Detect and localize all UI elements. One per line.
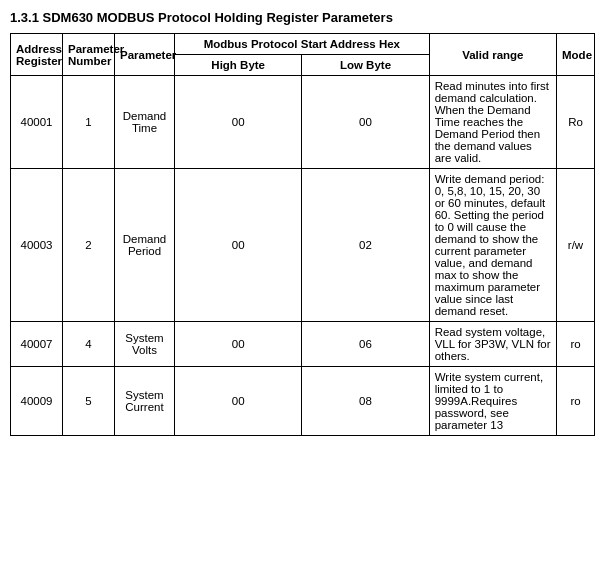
cell-valid-range: Write system current, limited to 1 to 99… <box>429 367 556 436</box>
cell-parameter: System Volts <box>115 322 175 367</box>
header-low-byte: Low Byte <box>302 55 429 76</box>
cell-high: 00 <box>175 322 302 367</box>
header-modbus: Modbus Protocol Start Address Hex <box>175 34 430 55</box>
header-high-byte: High Byte <box>175 55 302 76</box>
header-param-num: Parameter Number <box>63 34 115 76</box>
cell-high: 00 <box>175 169 302 322</box>
header-valid-range: Valid range <box>429 34 556 76</box>
cell-param-num: 1 <box>63 76 115 169</box>
cell-address: 40009 <box>11 367 63 436</box>
table-row: 400011Demand Time0000Read minutes into f… <box>11 76 595 169</box>
header-mode: Mode <box>557 34 595 76</box>
cell-high: 00 <box>175 76 302 169</box>
header-parameter: Parameter <box>115 34 175 76</box>
cell-mode: Ro <box>557 76 595 169</box>
cell-valid-range: Write demand period: 0, 5,8, 10, 15, 20,… <box>429 169 556 322</box>
header-address: Address Register <box>11 34 63 76</box>
cell-mode: ro <box>557 367 595 436</box>
cell-address: 40007 <box>11 322 63 367</box>
table-row: 400074System Volts0006Read system voltag… <box>11 322 595 367</box>
cell-address: 40003 <box>11 169 63 322</box>
cell-low: 06 <box>302 322 429 367</box>
cell-low: 08 <box>302 367 429 436</box>
cell-parameter: System Current <box>115 367 175 436</box>
cell-param-num: 5 <box>63 367 115 436</box>
table-row: 400095System Current0008Write system cur… <box>11 367 595 436</box>
cell-mode: ro <box>557 322 595 367</box>
page-title: 1.3.1 SDM630 MODBUS Protocol Holding Reg… <box>10 10 595 25</box>
cell-high: 00 <box>175 367 302 436</box>
cell-low: 00 <box>302 76 429 169</box>
cell-low: 02 <box>302 169 429 322</box>
cell-valid-range: Read system voltage, VLL for 3P3W, VLN f… <box>429 322 556 367</box>
cell-address: 40001 <box>11 76 63 169</box>
cell-parameter: Demand Period <box>115 169 175 322</box>
cell-param-num: 4 <box>63 322 115 367</box>
cell-mode: r/w <box>557 169 595 322</box>
cell-parameter: Demand Time <box>115 76 175 169</box>
table-row: 400032Demand Period0002Write demand peri… <box>11 169 595 322</box>
cell-param-num: 2 <box>63 169 115 322</box>
cell-valid-range: Read minutes into first demand calculati… <box>429 76 556 169</box>
